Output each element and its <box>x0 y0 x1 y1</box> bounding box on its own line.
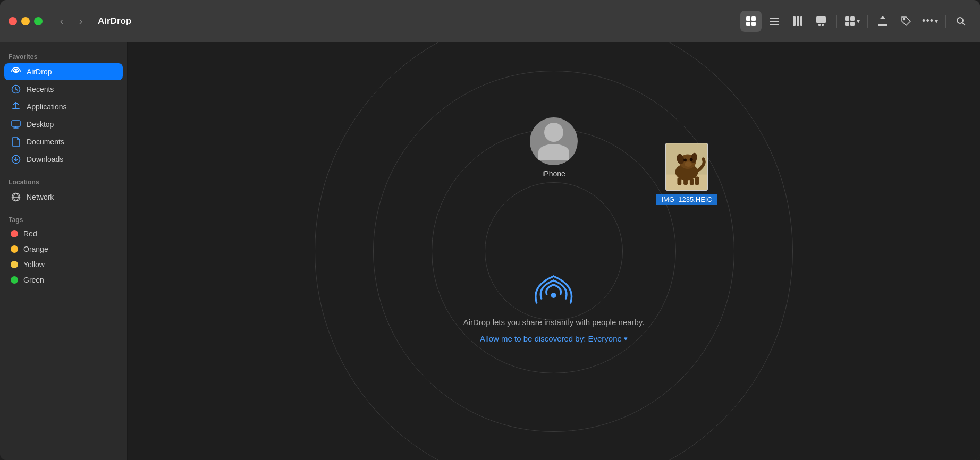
sidebar-item-green-label: Green <box>23 276 44 284</box>
sidebar-item-desktop[interactable]: Desktop <box>4 116 123 133</box>
svg-rect-47 <box>695 176 699 185</box>
nav-buttons: ‹ › <box>53 13 89 30</box>
sidebar-item-network-label: Network <box>27 193 54 201</box>
close-button[interactable] <box>9 17 17 25</box>
svg-rect-0 <box>746 16 750 21</box>
svg-rect-45 <box>683 178 688 185</box>
airdrop-discoverable-label: Allow me to be discovered by: Everyone <box>480 334 622 343</box>
group-button[interactable]: ▾ <box>841 13 863 29</box>
sidebar-item-recents-label: Recents <box>27 85 54 93</box>
svg-rect-13 <box>845 16 849 21</box>
recents-icon <box>11 84 21 95</box>
chevron-down-icon: ▾ <box>624 335 628 343</box>
svg-rect-15 <box>845 22 849 26</box>
svg-rect-3 <box>751 22 756 26</box>
svg-rect-11 <box>818 24 821 26</box>
svg-rect-12 <box>822 24 824 26</box>
sidebar-item-network[interactable]: Network <box>4 189 123 206</box>
list-view-button[interactable] <box>764 11 785 32</box>
svg-point-17 <box>903 18 905 20</box>
svg-point-43 <box>685 161 692 167</box>
sidebar-item-red-label: Red <box>23 229 37 238</box>
sidebar-item-airdrop[interactable]: AirDrop <box>4 63 123 80</box>
airdrop-description-area: AirDrop lets you share instantly with pe… <box>463 268 645 343</box>
svg-rect-16 <box>850 22 855 26</box>
minimize-button[interactable] <box>21 17 30 25</box>
svg-rect-9 <box>800 16 802 26</box>
sidebar-item-green[interactable]: Green <box>4 272 123 287</box>
airdrop-description: AirDrop lets you share instantly with pe… <box>463 318 645 327</box>
svg-rect-44 <box>678 177 682 185</box>
sidebar-item-applications-label: Applications <box>27 103 67 111</box>
svg-rect-10 <box>816 16 826 23</box>
sidebar-item-recents[interactable]: Recents <box>4 81 123 98</box>
sidebar-item-yellow-label: Yellow <box>23 260 45 269</box>
window-title: AirDrop <box>98 16 131 27</box>
sidebar-item-orange-label: Orange <box>23 245 48 253</box>
gallery-view-button[interactable] <box>810 11 832 32</box>
main-content: Favorites AirDrop <box>0 42 980 460</box>
svg-rect-7 <box>793 16 796 26</box>
svg-rect-26 <box>12 121 20 126</box>
sidebar-item-downloads-label: Downloads <box>27 155 63 164</box>
forward-button[interactable]: › <box>72 13 89 30</box>
svg-point-48 <box>551 293 556 298</box>
svg-rect-6 <box>770 24 779 25</box>
traffic-lights <box>9 17 43 25</box>
separator-1 <box>836 15 837 28</box>
svg-rect-46 <box>690 178 694 185</box>
desktop-icon <box>11 119 21 130</box>
tags-label: Tags <box>0 212 127 226</box>
airdrop-area: iPhone <box>128 42 980 460</box>
search-button[interactable] <box>950 11 971 32</box>
avatar-body <box>538 144 569 160</box>
orange-tag-dot <box>11 245 18 253</box>
sidebar-item-downloads[interactable]: Downloads <box>4 151 123 168</box>
svg-rect-14 <box>850 16 855 21</box>
dog-photo-svg <box>666 143 707 191</box>
sidebar-item-orange[interactable]: Orange <box>4 242 123 257</box>
svg-point-41 <box>690 158 693 161</box>
svg-rect-1 <box>751 16 756 21</box>
file-thumbnail <box>665 143 708 191</box>
sidebar-item-desktop-label: Desktop <box>27 120 54 129</box>
svg-point-40 <box>683 158 687 161</box>
documents-icon <box>11 137 21 147</box>
iphone-device[interactable]: iPhone <box>530 117 578 178</box>
device-name: iPhone <box>542 169 565 178</box>
share-button[interactable] <box>872 11 893 32</box>
sidebar-item-applications[interactable]: Applications <box>4 98 123 115</box>
airdrop-waves-icon <box>533 268 575 310</box>
red-tag-dot <box>11 230 18 237</box>
separator-3 <box>945 15 946 28</box>
svg-line-19 <box>962 23 965 25</box>
airdrop-icon <box>11 66 21 77</box>
svg-rect-2 <box>746 22 750 26</box>
sidebar-item-documents-label: Documents <box>27 138 64 146</box>
sidebar-item-red[interactable]: Red <box>4 226 123 241</box>
file-name-badge: IMG_1235.HEIC <box>656 194 717 205</box>
file-item: IMG_1235.HEIC <box>656 143 717 205</box>
tag-button[interactable] <box>895 11 917 32</box>
network-icon <box>11 192 21 202</box>
svg-rect-8 <box>797 16 799 26</box>
avatar-head <box>544 123 563 142</box>
applications-icon <box>11 101 21 112</box>
sidebar-item-yellow[interactable]: Yellow <box>4 257 123 272</box>
favorites-label: Favorites <box>0 49 127 63</box>
svg-rect-5 <box>770 21 779 22</box>
sidebar-item-documents[interactable]: Documents <box>4 133 123 150</box>
airdrop-discoverable[interactable]: Allow me to be discovered by: Everyone ▾ <box>480 334 628 343</box>
back-button[interactable]: ‹ <box>53 13 70 30</box>
columns-view-button[interactable] <box>787 11 808 32</box>
sidebar-item-airdrop-label: AirDrop <box>27 67 52 76</box>
svg-point-18 <box>957 18 963 23</box>
svg-rect-4 <box>770 18 779 19</box>
svg-point-20 <box>14 70 18 73</box>
more-button[interactable]: ••• ▾ <box>919 13 941 29</box>
locations-label: Locations <box>0 174 127 188</box>
maximize-button[interactable] <box>34 17 43 25</box>
toolbar-actions: ▾ ••• ▾ <box>740 11 971 32</box>
device-avatar <box>530 117 578 165</box>
grid-view-button[interactable] <box>740 11 762 32</box>
